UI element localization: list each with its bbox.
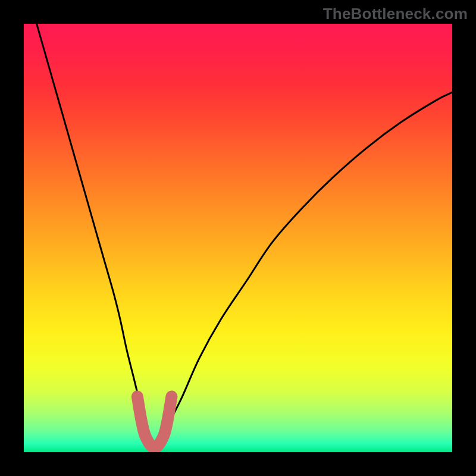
attribution-text: TheBottleneck.com xyxy=(323,5,468,23)
plot-area xyxy=(24,24,452,452)
chart-svg xyxy=(24,24,452,452)
gradient-background xyxy=(24,24,452,452)
chart-frame: TheBottleneck.com xyxy=(0,0,476,476)
